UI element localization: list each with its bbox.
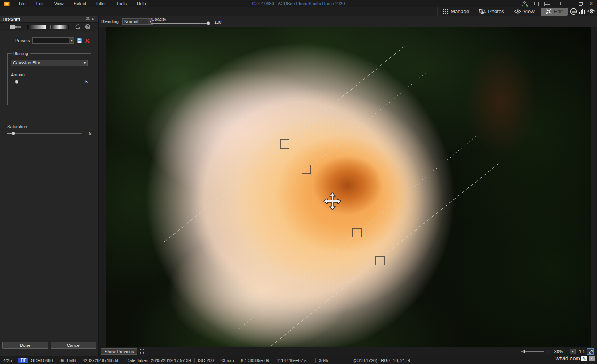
fit-to-window-button[interactable] <box>587 348 594 355</box>
done-button[interactable]: Done <box>2 342 48 349</box>
blurring-groupbox: Blurring Gaussian Blur ▾ Amount 5 <box>7 51 91 105</box>
opacity-label: Opacity <box>151 17 166 21</box>
mirror-gradient-button[interactable] <box>50 25 69 29</box>
menu-edit[interactable]: Edit <box>31 0 49 7</box>
tilt-shift-outer-line-bottom[interactable] <box>271 162 500 346</box>
help-icon[interactable]: ? <box>85 24 91 30</box>
panel-close-icon[interactable]: ✕ <box>90 17 96 21</box>
image-canvas[interactable] <box>106 27 591 347</box>
fullscreen-corners-icon[interactable] <box>140 349 144 354</box>
menu-view[interactable]: View <box>49 0 69 7</box>
menu-bar: File Edit View Select Filter Tools Help <box>14 0 151 7</box>
presets-combobox[interactable]: ▾ <box>32 37 74 44</box>
presets-dropdown-arrow-icon[interactable]: ▾ <box>69 38 74 43</box>
svg-text:365: 365 <box>572 10 576 13</box>
amount-slider-thumb[interactable] <box>15 80 18 84</box>
show-previous-button[interactable]: Show Previous <box>101 348 137 355</box>
account-icon[interactable] <box>522 1 527 6</box>
status-bar: 4/25 TIF GDH10680 69.8 MB 4282x2848x48b … <box>0 356 597 364</box>
restore-button[interactable] <box>579 2 583 6</box>
cancel-button[interactable]: Cancel <box>51 342 97 349</box>
file-position: 4/25 <box>0 358 15 363</box>
acdsee-window: GDH10680 - ACDSee Photo Studio Home 2020… <box>0 0 597 364</box>
move-cursor-icon[interactable] <box>324 193 341 210</box>
pin-icon[interactable] <box>85 17 90 22</box>
tilt-shift-handle-outer-top[interactable] <box>280 140 289 148</box>
zoom-slider-thumb[interactable] <box>523 350 525 353</box>
tab-photos-label: Photos <box>488 8 504 14</box>
linear-gradient-button[interactable] <box>27 25 46 29</box>
blur-type-combobox[interactable]: Gaussian Blur ▾ <box>11 60 88 66</box>
layout-bottom-pane-icon[interactable] <box>544 2 550 6</box>
tab-manage[interactable]: Manage <box>437 7 474 16</box>
tilt-shift-panel: Tilt-Shift ✕ ? Prese <box>0 16 99 356</box>
watermark-check-icon: ✓ <box>589 356 595 361</box>
acdsee-logo-icon <box>4 2 10 6</box>
title-bar: GDH10680 - ACDSee Photo Studio Home 2020… <box>0 0 597 7</box>
close-button[interactable]: ✕ <box>588 1 594 6</box>
exif-info: ISO 200 43 mm f/-1.30385e-09 -2.14748e+0… <box>195 358 316 363</box>
tilt-shift-handle-inner-top[interactable] <box>302 165 311 174</box>
panel-tools-row: ? <box>0 23 98 31</box>
menu-help[interactable]: Help <box>132 0 151 7</box>
presets-row: Presets ▾ <box>15 37 95 44</box>
layout-right-pane-icon[interactable] <box>556 2 562 6</box>
watermark-text: wtvid.com <box>556 355 580 362</box>
file-size: 69.8 MB <box>56 358 79 363</box>
date-taken: Date Taken: 26/05/2019 17:57:39 <box>123 358 194 363</box>
edit-toolbar: Blending: Normal ▾ Opacity 100 <box>99 16 597 27</box>
tab-edit[interactable]: Edit <box>541 8 568 16</box>
blur-type-value: Gaussian Blur <box>11 60 82 66</box>
amount-label: Amount <box>11 72 88 77</box>
menu-select[interactable]: Select <box>68 0 91 7</box>
amount-value: 5 <box>82 79 88 84</box>
menu-file[interactable]: File <box>14 0 31 7</box>
zoom-percentage: 36% <box>554 349 568 354</box>
saturation-label: Saturation <box>7 124 91 129</box>
exif-aperture: f/-1.30385e-09 <box>241 358 269 363</box>
tilt-shift-handle-outer-bottom[interactable] <box>376 256 384 265</box>
layout-left-pane-icon[interactable] <box>533 2 539 6</box>
tilt-shift-handle-inner-bottom[interactable] <box>353 228 361 237</box>
edit-tools-icon <box>546 8 552 14</box>
opacity-slider[interactable] <box>151 21 210 25</box>
zoom-slider[interactable] <box>521 350 544 353</box>
actual-size-button[interactable]: 1:1 <box>579 349 585 354</box>
menu-filter[interactable]: Filter <box>91 0 111 7</box>
tab-manage-label: Manage <box>451 8 469 14</box>
zoom-dropdown-arrow-icon[interactable]: ▾ <box>570 349 576 354</box>
brush-icon[interactable] <box>10 24 23 30</box>
image-dimensions: 4282x2848x48b tiff <box>79 358 123 363</box>
reset-icon[interactable] <box>75 24 81 30</box>
exif-iso: ISO 200 <box>198 358 214 363</box>
acdsee-365-button[interactable]: 365 <box>569 7 578 16</box>
minimize-button[interactable]: – <box>568 1 573 6</box>
tab-edit-label: Edit <box>554 8 563 14</box>
exif-focal-length: 43 mm <box>220 358 234 363</box>
tab-view[interactable]: View <box>509 7 539 16</box>
zoom-in-button[interactable]: + <box>546 349 550 354</box>
save-preset-icon[interactable] <box>77 38 82 43</box>
opacity-slider-thumb[interactable] <box>207 21 210 25</box>
exif-shutter: -2.14748e+07 s <box>276 358 306 363</box>
format-badge: TIF <box>18 358 28 363</box>
blending-combobox[interactable]: Normal ▾ <box>122 18 153 25</box>
histogram-button[interactable] <box>578 7 587 16</box>
fit-diagonal-arrow-icon <box>589 350 593 354</box>
tab-view-label: View <box>523 8 535 14</box>
saturation-slider[interactable] <box>7 132 82 135</box>
tilt-shift-overlay[interactable] <box>106 27 591 347</box>
amount-slider[interactable] <box>11 80 79 84</box>
tab-photos[interactable]: Photos <box>474 7 509 16</box>
panel-title: Tilt-Shift <box>2 17 20 21</box>
saturation-value: 5 <box>86 131 91 136</box>
online-status-dot <box>526 5 528 7</box>
menu-tools[interactable]: Tools <box>111 0 132 7</box>
delete-preset-icon[interactable] <box>85 38 90 43</box>
blending-value: Normal <box>123 19 148 24</box>
zoom-level: 36% <box>316 358 331 363</box>
zoom-out-button[interactable]: − <box>515 349 519 354</box>
saturation-slider-thumb[interactable] <box>12 132 15 135</box>
quick-view-button[interactable] <box>587 7 595 16</box>
blur-type-dropdown-arrow-icon[interactable]: ▾ <box>82 60 87 66</box>
